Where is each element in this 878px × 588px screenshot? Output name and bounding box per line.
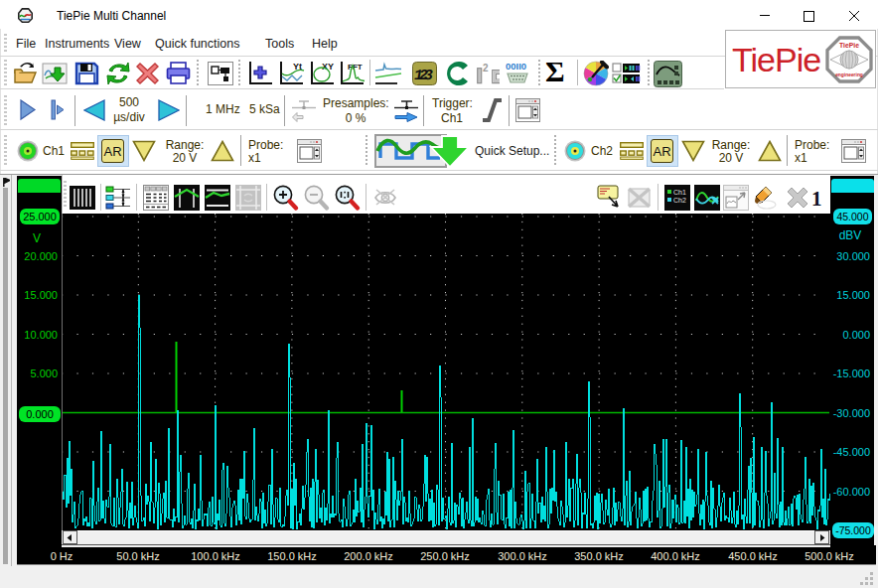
- svg-text:00II0: 00II0: [506, 62, 526, 72]
- svg-text:2: 2: [483, 63, 489, 74]
- svg-text:TiePie: TiePie: [839, 42, 859, 49]
- svg-text:FFT: FFT: [348, 63, 363, 72]
- svg-text:engineering: engineering: [835, 73, 863, 77]
- svg-text:Ch1: Ch1: [673, 189, 686, 196]
- svg-text:123: 123: [412, 67, 434, 84]
- svg-text:Ch2: Ch2: [673, 197, 686, 204]
